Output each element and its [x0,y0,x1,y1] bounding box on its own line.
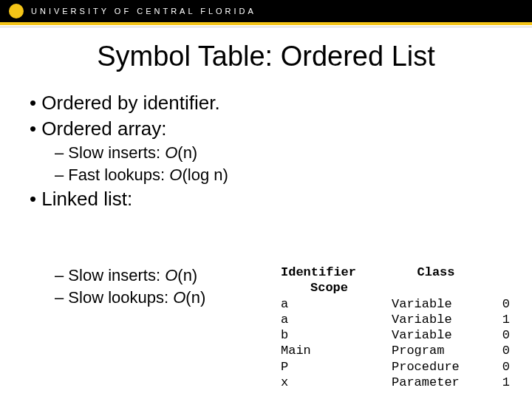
bullet-ordered-by-identifier: Ordered by identifier. [30,90,502,116]
text: (n) [177,266,197,284]
table-row: aVariable0 [281,296,510,312]
cell-id: Main [281,343,392,358]
col-identifier: Identifier [281,265,392,280]
cell-scope: 0 [480,296,510,312]
cell-id: x [281,375,392,390]
table-row: PProcedure0 [281,359,510,375]
bullet-ordered-array: Ordered array: [30,116,502,142]
cell-id: a [281,296,392,312]
big-o: O [165,143,177,162]
text: Slow lookups: [68,288,173,307]
text: Fast lookups: [68,166,169,184]
text: (n) [177,143,197,162]
bullet-list-inserts: Slow inserts: O(n) [55,265,281,287]
content-area: Symbol Table: Ordered List Ordered by id… [0,27,532,212]
cell-scope: 1 [480,312,510,327]
cell-scope: 0 [480,343,510,358]
pegasus-logo-icon [9,4,24,18]
table-row: aVariable1 [281,312,510,327]
bullet-linked-list: Linked list: [30,186,502,212]
linked-list-sub-bullets: Slow inserts: O(n) Slow lookups: O(n) [30,265,281,390]
cell-scope: 0 [480,359,510,375]
cell-id: P [281,359,392,375]
bullet-array-inserts: Slow inserts: O(n) [55,142,502,164]
cell-class: Variable [392,312,480,327]
cell-class: Variable [392,296,480,312]
bullet-list: Ordered by identifier. Ordered array: Sl… [30,90,502,212]
table-header: Identifier Class [281,265,510,280]
lower-row: Slow inserts: O(n) Slow lookups: O(n) Id… [30,265,510,390]
big-o: O [169,166,182,184]
cell-scope: 0 [480,327,510,343]
col-class: Class [392,265,480,280]
big-o: O [165,266,177,284]
cell-id: a [281,312,392,327]
col-scope: Scope [310,280,510,296]
text: Slow inserts: [68,143,165,162]
table-row: bVariable0 [281,327,510,343]
text: (log n) [182,166,228,184]
bullet-list-lookups: Slow lookups: O(n) [55,287,281,309]
gold-divider [0,22,532,25]
cell-class: Program [392,343,480,358]
text: (n) [185,288,205,307]
table-row: xParameter1 [281,375,510,390]
slide-title: Symbol Table: Ordered List [30,41,502,72]
cell-class: Procedure [392,359,480,375]
cell-class: Parameter [392,375,480,390]
header-bar: UNIVERSITY OF CENTRAL FLORIDA [0,0,532,22]
bullet-array-lookups: Fast lookups: O(log n) [55,164,502,186]
symbol-table: Identifier Class Scope aVariable0 aVaria… [281,265,510,390]
university-name: UNIVERSITY OF CENTRAL FLORIDA [31,7,256,16]
cell-scope: 1 [480,375,510,390]
slide: UNIVERSITY OF CENTRAL FLORIDA Symbol Tab… [0,0,532,399]
big-o: O [173,288,185,307]
cell-class: Variable [392,327,480,343]
table-row: MainProgram0 [281,343,510,358]
text: Slow inserts: [68,266,165,284]
cell-id: b [281,327,392,343]
